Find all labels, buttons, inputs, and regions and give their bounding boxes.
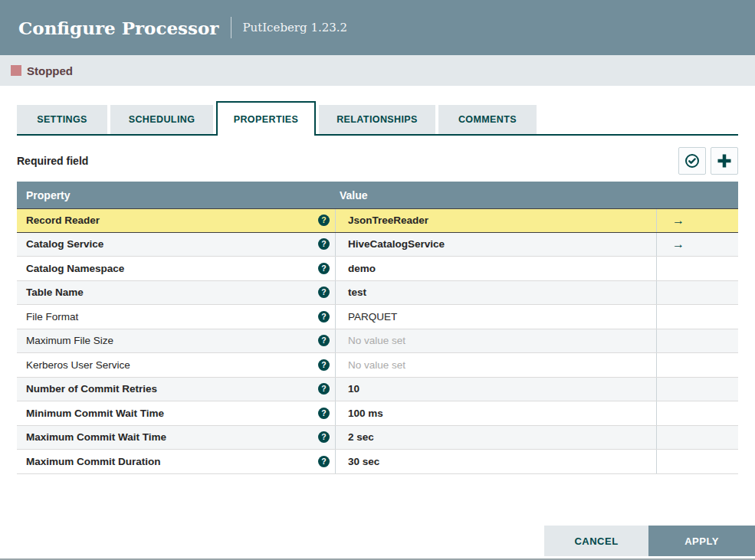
table-row[interactable]: Minimum Commit Wait Time ? 100 ms <box>17 401 738 426</box>
row-action-cell: → <box>656 233 738 257</box>
cancel-button[interactable]: CANCEL <box>544 526 648 556</box>
goto-service-arrow-icon[interactable]: → <box>672 215 684 227</box>
table-row[interactable]: Record Reader ? JsonTreeReader → <box>17 208 738 233</box>
help-icon[interactable]: ? <box>318 383 330 395</box>
tab-settings[interactable]: SETTINGS <box>17 105 107 134</box>
row-action-cell <box>656 401 738 425</box>
property-value-cell[interactable]: 2 sec <box>335 426 656 450</box>
help-icon[interactable]: ? <box>318 263 330 274</box>
tab-label: RELATIONSHIPS <box>336 114 418 125</box>
help-icon[interactable]: ? <box>318 456 330 467</box>
property-value-cell[interactable]: No value set <box>335 329 656 353</box>
property-name: File Format <box>26 311 78 323</box>
table-row[interactable]: Maximum Commit Duration ? 30 sec <box>17 450 738 474</box>
property-value-cell[interactable]: No value set <box>335 353 656 377</box>
table-body: Record Reader ? JsonTreeReader → Catalog… <box>17 208 738 474</box>
table-row[interactable]: Catalog Service ? HiveCatalogService → <box>17 233 738 257</box>
tab-comments[interactable]: COMMENTS <box>438 105 537 134</box>
property-value-cell[interactable]: 100 ms <box>335 401 656 425</box>
property-cell: Number of Commit Retries ? <box>17 378 335 401</box>
properties-table: Property Value Record Reader ? JsonTreeR… <box>17 182 738 474</box>
property-value: test <box>348 287 366 298</box>
status-label: Stopped <box>27 64 73 77</box>
property-value: demo <box>348 263 376 274</box>
property-value-cell[interactable]: HiveCatalogService <box>335 233 656 257</box>
property-name: Maximum Commit Wait Time <box>26 431 166 443</box>
property-value-cell[interactable]: test <box>335 281 656 305</box>
help-icon[interactable]: ? <box>318 238 330 250</box>
property-name: Maximum File Size <box>26 335 113 346</box>
tab-scheduling[interactable]: SCHEDULING <box>110 105 213 134</box>
property-name: Record Reader <box>26 215 100 226</box>
goto-service-arrow-icon[interactable]: → <box>672 238 684 251</box>
property-value: HiveCatalogService <box>348 238 445 250</box>
add-property-button[interactable] <box>711 147 738 175</box>
property-name: Catalog Service <box>26 238 103 250</box>
property-name: Table Name <box>26 287 84 298</box>
tab-label: PROPERTIES <box>234 114 299 125</box>
column-header-value: Value <box>335 189 738 201</box>
row-action-cell <box>656 450 738 473</box>
property-name: Minimum Commit Wait Time <box>26 408 164 419</box>
property-value: 100 ms <box>348 408 383 419</box>
table-row[interactable]: Number of Commit Retries ? 10 <box>17 378 738 402</box>
column-header-property: Property <box>17 189 335 201</box>
plus-icon <box>717 153 732 169</box>
tab-label: COMMENTS <box>458 114 517 125</box>
help-icon[interactable]: ? <box>318 287 330 298</box>
property-cell: Maximum Commit Wait Time ? <box>17 426 335 450</box>
row-action-cell <box>656 426 738 450</box>
property-cell: Kerberos User Service ? <box>17 353 335 377</box>
table-row[interactable]: Kerberos User Service ? No value set <box>17 353 738 378</box>
tab-relationships[interactable]: RELATIONSHIPS <box>319 105 435 134</box>
property-cell: Catalog Namespace ? <box>17 257 335 280</box>
properties-toolbar: Required field <box>17 147 738 175</box>
stopped-icon <box>11 65 21 76</box>
row-action-cell <box>656 281 738 305</box>
property-name: Maximum Commit Duration <box>26 456 161 467</box>
table-row[interactable]: File Format ? PARQUET <box>17 305 738 329</box>
row-action-cell <box>656 378 738 401</box>
help-icon[interactable]: ? <box>318 215 330 226</box>
toolbar-buttons <box>674 147 738 175</box>
help-icon[interactable]: ? <box>318 359 330 371</box>
property-value-cell[interactable]: PARQUET <box>335 305 656 329</box>
property-name: Number of Commit Retries <box>26 383 157 395</box>
property-value: 2 sec <box>348 431 374 443</box>
property-cell: Record Reader ? <box>17 209 335 232</box>
help-icon[interactable]: ? <box>318 335 330 346</box>
help-icon[interactable]: ? <box>318 311 330 323</box>
status-bar: Stopped <box>0 55 755 86</box>
help-icon[interactable]: ? <box>318 408 330 419</box>
property-value-cell[interactable]: 30 sec <box>335 450 656 473</box>
property-cell: Table Name ? <box>17 281 335 305</box>
property-cell: Minimum Commit Wait Time ? <box>17 401 335 425</box>
property-cell: Catalog Service ? <box>17 233 335 257</box>
row-action-cell <box>656 353 738 377</box>
dialog-header: Configure Processor PutIceberg 1.23.2 <box>0 0 755 55</box>
footer-buttons: CANCEL APPLY <box>544 526 755 556</box>
table-row[interactable]: Maximum File Size ? No value set <box>17 329 738 354</box>
property-value-cell[interactable]: 10 <box>335 378 656 401</box>
table-row[interactable]: Maximum Commit Wait Time ? 2 sec <box>17 426 738 450</box>
table-header: Property Value <box>17 182 738 208</box>
row-action-cell <box>656 329 738 353</box>
property-value-cell[interactable]: demo <box>335 257 656 280</box>
row-action-cell <box>656 305 738 329</box>
apply-button[interactable]: APPLY <box>648 526 755 556</box>
dialog-content: SETTINGS SCHEDULING PROPERTIES RELATIONS… <box>0 101 755 474</box>
property-value: No value set <box>348 335 405 346</box>
tab-label: SCHEDULING <box>129 114 195 125</box>
table-row[interactable]: Table Name ? test <box>17 281 738 306</box>
row-action-cell <box>656 257 738 280</box>
table-row[interactable]: Catalog Namespace ? demo <box>17 257 738 281</box>
help-icon[interactable]: ? <box>318 431 330 443</box>
property-value: 10 <box>348 383 359 395</box>
tab-label: SETTINGS <box>37 114 87 125</box>
property-name: Kerberos User Service <box>26 359 130 371</box>
property-value-cell[interactable]: JsonTreeReader <box>335 209 656 232</box>
verify-properties-button[interactable] <box>678 147 706 175</box>
configure-processor-dialog: { "dialog": { "title": "Configure Proces… <box>0 0 755 560</box>
tab-properties[interactable]: PROPERTIES <box>216 101 316 136</box>
processor-name-version: PutIceberg 1.23.2 <box>242 21 347 34</box>
